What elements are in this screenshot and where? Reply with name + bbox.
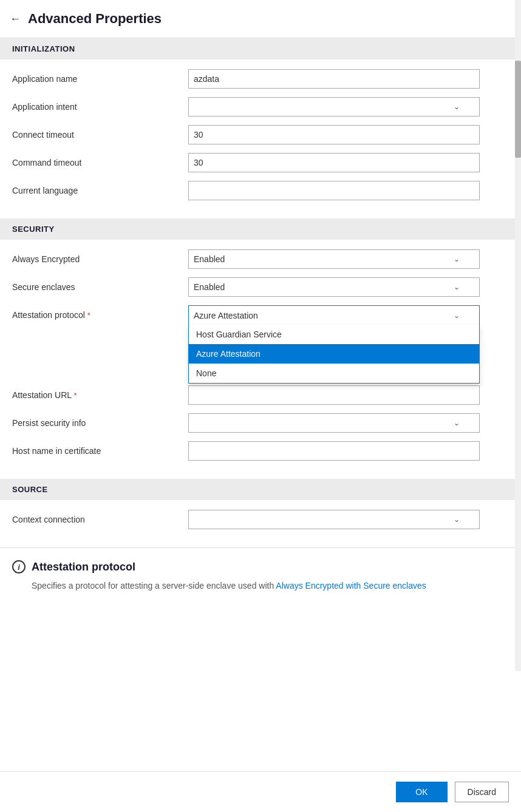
input-host-name-certificate[interactable] (188, 441, 480, 461)
label-attestation-protocol: Attestation protocol * (12, 310, 188, 320)
header: ← Advanced Properties (0, 0, 521, 38)
section-body-security: Always Encrypted Enabled ⌄ Secure enclav… (0, 240, 521, 479)
form-row-host-name-certificate: Host name in certificate (12, 441, 509, 461)
label-host-name-certificate: Host name in certificate (12, 446, 188, 456)
select-attestation-protocol[interactable]: Azure Attestation ⌄ (188, 305, 480, 325)
label-application-name: Application name (12, 74, 188, 84)
input-connect-timeout[interactable] (188, 125, 480, 144)
select-attestation-protocol-wrapper: Azure Attestation ⌄ Host Guardian Servic… (188, 305, 480, 325)
select-persist-security-info-wrapper: ⌄ (188, 413, 480, 433)
dropdown-item-none[interactable]: None (189, 364, 479, 383)
info-icon: i (12, 560, 26, 573)
select-always-encrypted[interactable]: Enabled ⌄ (188, 249, 480, 269)
select-secure-enclaves-wrapper: Enabled ⌄ (188, 277, 480, 297)
section-header-source: SOURCE (0, 479, 521, 500)
form-row-attestation-protocol: Attestation protocol * Azure Attestation… (12, 305, 509, 325)
input-application-name[interactable] (188, 69, 480, 89)
form-row-current-language: Current language (12, 181, 509, 200)
page-title: Advanced Properties (28, 11, 162, 27)
back-icon: ← (10, 13, 21, 25)
select-context-connection[interactable]: ⌄ (188, 510, 480, 529)
attestation-protocol-dropdown: Host Guardian Service Azure Attestation … (188, 325, 480, 384)
main-content: INITIALIZATION Application name Applicat… (0, 38, 521, 671)
info-panel-title-text: Attestation protocol (32, 561, 135, 573)
label-attestation-url-text: Attestation URL (12, 390, 72, 400)
select-secure-enclaves-value: Enabled (194, 282, 225, 292)
label-application-intent: Application intent (12, 102, 188, 112)
section-body-initialization: Application name Application intent ⌄ Co… (0, 59, 521, 218)
input-current-language[interactable] (188, 181, 480, 200)
select-persist-security-info[interactable]: ⌄ (188, 413, 480, 433)
chevron-down-icon: ⌄ (454, 419, 460, 427)
label-command-timeout: Command timeout (12, 158, 188, 167)
chevron-down-icon: ⌄ (454, 103, 460, 111)
section-header-security: SECURITY (0, 218, 521, 240)
label-connect-timeout: Connect timeout (12, 130, 188, 140)
dropdown-item-azure-attestation[interactable]: Azure Attestation (189, 344, 479, 364)
label-context-connection: Context connection (12, 515, 188, 524)
info-link[interactable]: Always Encrypted with Secure enclaves (276, 581, 426, 590)
input-command-timeout[interactable] (188, 153, 480, 172)
form-row-context-connection: Context connection ⌄ (12, 510, 509, 529)
scrollbar-thumb[interactable] (515, 61, 521, 158)
form-row-application-intent: Application intent ⌄ (12, 97, 509, 117)
section-body-source: Context connection ⌄ (0, 500, 521, 547)
chevron-down-icon: ⌄ (454, 283, 460, 291)
info-desc-part1: Specifies a protocol for attesting a ser… (32, 581, 276, 590)
select-secure-enclaves[interactable]: Enabled ⌄ (188, 277, 480, 297)
label-always-encrypted: Always Encrypted (12, 254, 188, 264)
select-always-encrypted-wrapper: Enabled ⌄ (188, 249, 480, 269)
label-secure-enclaves: Secure enclaves (12, 282, 188, 292)
info-panel-title: i Attestation protocol (12, 560, 509, 573)
required-indicator-url: * (73, 391, 77, 400)
required-indicator: * (87, 311, 90, 320)
label-current-language: Current language (12, 186, 188, 195)
back-button[interactable]: ← (10, 13, 21, 25)
select-application-intent[interactable]: ⌄ (188, 97, 480, 117)
label-attestation-protocol-text: Attestation protocol (12, 310, 85, 320)
dropdown-item-host-guardian[interactable]: Host Guardian Service (189, 325, 479, 344)
select-context-connection-wrapper: ⌄ (188, 510, 480, 529)
form-row-connect-timeout: Connect timeout (12, 125, 509, 144)
select-application-intent-wrapper: ⌄ (188, 97, 480, 117)
form-row-persist-security-info: Persist security info ⌄ (12, 413, 509, 433)
form-row-command-timeout: Command timeout (12, 153, 509, 172)
form-row-always-encrypted: Always Encrypted Enabled ⌄ (12, 249, 509, 269)
chevron-down-icon: ⌄ (454, 515, 460, 524)
info-panel: i Attestation protocol Specifies a proto… (0, 547, 521, 598)
form-row-secure-enclaves: Secure enclaves Enabled ⌄ (12, 277, 509, 297)
label-attestation-url: Attestation URL * (12, 390, 188, 400)
form-row-application-name: Application name (12, 69, 509, 89)
input-attestation-url[interactable] (188, 385, 480, 405)
label-persist-security-info: Persist security info (12, 418, 188, 428)
select-always-encrypted-value: Enabled (194, 254, 225, 264)
chevron-down-icon: ⌄ (454, 311, 460, 320)
form-row-attestation-url: Attestation URL * (12, 385, 509, 405)
select-attestation-protocol-value: Azure Attestation (194, 311, 258, 320)
section-header-initialization: INITIALIZATION (0, 38, 521, 59)
info-panel-description: Specifies a protocol for attesting a ser… (12, 580, 509, 592)
scrollbar-track[interactable] (515, 0, 521, 671)
chevron-down-icon: ⌄ (454, 255, 460, 263)
